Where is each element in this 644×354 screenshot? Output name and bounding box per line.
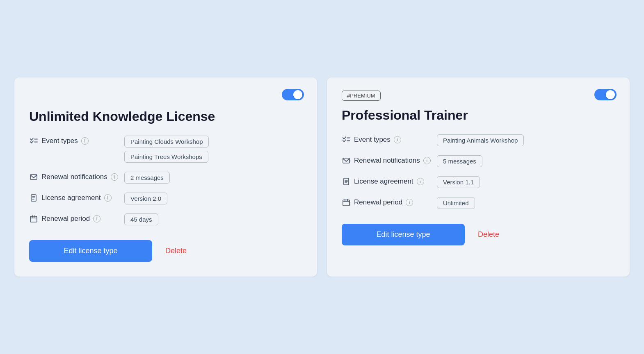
field-row-license-agreement: License agreementiVersion 2.0 — [29, 193, 302, 204]
toggle-knob — [293, 90, 302, 99]
toggle-switch-1[interactable] — [282, 89, 304, 102]
info-icon[interactable]: i — [104, 194, 112, 202]
field-values-renewal-notifications: 5 messages — [437, 155, 615, 167]
field-label-text: Event types — [354, 136, 391, 144]
field-values-event-types: Painting Animals Workshop — [437, 134, 615, 146]
field-label-renewal-period: Renewal periodi — [29, 213, 119, 223]
value-tag: Version 2.0 — [124, 193, 167, 204]
doc-icon — [342, 177, 351, 186]
info-icon[interactable]: i — [394, 136, 401, 143]
card-title: Professional Trainer — [342, 107, 615, 123]
field-label-renewal-period: Renewal periodi — [342, 197, 432, 207]
field-values-renewal-period: Unlimited — [437, 197, 615, 209]
field-values-renewal-period: 45 days — [124, 213, 302, 225]
field-label-license-agreement: License agreementi — [29, 193, 119, 202]
value-tag: Unlimited — [437, 197, 475, 209]
mail-icon — [29, 172, 38, 182]
checklist-icon — [342, 135, 351, 144]
field-label-event-types: Event typesi — [29, 136, 119, 145]
license-card-2: #PREMIUMProfessional Trainer Event types… — [327, 77, 630, 277]
delete-button[interactable]: Delete — [478, 230, 499, 239]
field-label-license-agreement: License agreementi — [342, 176, 432, 186]
value-tag: 5 messages — [437, 155, 482, 167]
svg-rect-13 — [343, 158, 349, 163]
field-label-text: Event types — [41, 137, 78, 145]
checklist-icon — [29, 136, 38, 145]
field-label-text: Renewal period — [354, 198, 402, 206]
doc-icon — [29, 193, 38, 202]
card-footer: Edit license typeDelete — [342, 224, 615, 245]
card-title: Unlimited Knowledge License — [29, 109, 302, 124]
field-values-renewal-notifications: 2 messages — [124, 172, 302, 184]
toggle-track[interactable] — [594, 89, 617, 100]
edit-license-type-button[interactable]: Edit license type — [29, 240, 152, 262]
calendar-icon — [29, 214, 38, 223]
mail-icon — [342, 156, 351, 165]
info-icon[interactable]: i — [417, 178, 424, 185]
premium-badge: #PREMIUM — [342, 91, 381, 101]
field-row-event-types: Event typesiPainting Clouds WorkshopPain… — [29, 136, 302, 163]
field-row-renewal-notifications: Renewal notificationsi5 messages — [342, 155, 615, 167]
card-footer: Edit license typeDelete — [29, 240, 302, 262]
field-row-renewal-period: Renewal periodi45 days — [29, 213, 302, 225]
calendar-icon — [342, 198, 351, 207]
field-values-license-agreement: Version 1.1 — [437, 176, 615, 188]
field-label-text: Renewal period — [41, 215, 90, 223]
field-row-renewal-period: Renewal periodiUnlimited — [342, 197, 615, 209]
field-values-license-agreement: Version 2.0 — [124, 193, 302, 204]
value-tag: Painting Trees Workshops — [124, 151, 208, 163]
value-tag: 2 messages — [124, 172, 170, 184]
field-label-event-types: Event typesi — [342, 134, 432, 144]
field-label-text: License agreement — [354, 177, 413, 186]
field-label-text: Renewal notifications — [41, 173, 107, 181]
info-icon[interactable]: i — [81, 137, 89, 145]
svg-rect-18 — [343, 200, 349, 206]
edit-license-type-button[interactable]: Edit license type — [342, 224, 465, 245]
field-label-renewal-notifications: Renewal notificationsi — [29, 172, 119, 182]
value-tag: 45 days — [124, 213, 158, 225]
license-card-1: Unlimited Knowledge License Event typesi… — [14, 77, 317, 277]
cards-container: Unlimited Knowledge License Event typesi… — [14, 77, 630, 277]
info-icon[interactable]: i — [111, 173, 118, 181]
toggle-knob — [606, 90, 615, 99]
svg-rect-7 — [30, 216, 37, 222]
field-row-event-types: Event typesiPainting Animals Workshop — [342, 134, 615, 146]
info-icon[interactable]: i — [93, 215, 100, 222]
toggle-track[interactable] — [282, 89, 304, 100]
info-icon[interactable]: i — [406, 199, 413, 206]
value-tag: Painting Animals Workshop — [437, 134, 524, 146]
info-icon[interactable]: i — [423, 157, 431, 164]
field-label-text: Renewal notifications — [354, 157, 420, 165]
field-row-renewal-notifications: Renewal notificationsi2 messages — [29, 172, 302, 184]
field-label-renewal-notifications: Renewal notificationsi — [342, 155, 432, 165]
toggle-switch-2[interactable] — [594, 89, 617, 102]
delete-button[interactable]: Delete — [165, 247, 187, 255]
field-row-license-agreement: License agreementiVersion 1.1 — [342, 176, 615, 188]
value-tag: Painting Clouds Workshop — [124, 136, 209, 148]
field-values-event-types: Painting Clouds WorkshopPainting Trees W… — [124, 136, 302, 163]
svg-rect-2 — [30, 175, 37, 179]
field-label-text: License agreement — [41, 194, 101, 202]
value-tag: Version 1.1 — [437, 176, 480, 188]
